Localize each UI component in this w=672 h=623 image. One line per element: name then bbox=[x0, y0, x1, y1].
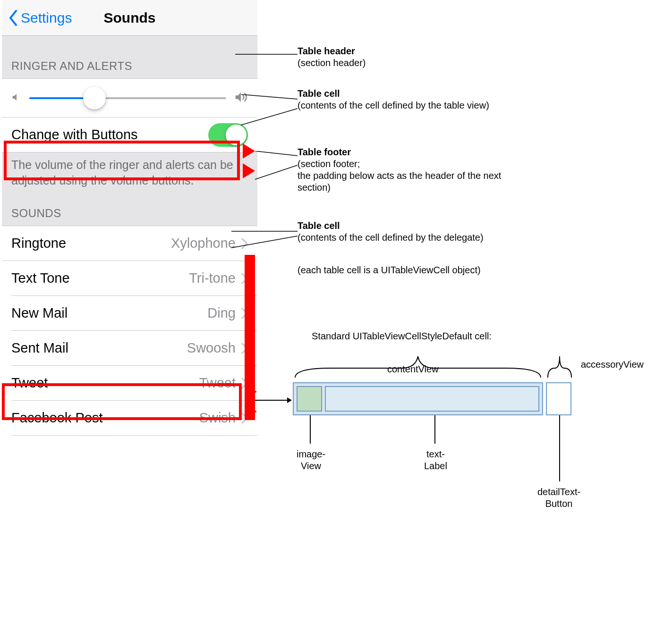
speaker-low-icon bbox=[11, 92, 22, 104]
label-textlabel: text-Label bbox=[424, 448, 447, 472]
speaker-high-icon bbox=[234, 90, 248, 106]
row-label: Tweet bbox=[11, 375, 199, 391]
annotation-table-cell-delegate: Table cell (contents of the cell defined… bbox=[298, 220, 484, 244]
leader-textlabel bbox=[434, 415, 435, 444]
chevron-right-icon bbox=[241, 413, 248, 424]
row-label: Ringtone bbox=[11, 236, 171, 251]
row-label: Change with Buttons bbox=[11, 127, 208, 143]
sound-row-ringtone[interactable]: RingtoneXylophone bbox=[2, 226, 257, 261]
leader-imageview bbox=[310, 415, 311, 444]
row-label: Text Tone bbox=[11, 270, 189, 286]
section-footer-ringer: The volume of the ringer and alerts can … bbox=[2, 152, 257, 194]
change-with-buttons-row: Change with Buttons bbox=[2, 118, 257, 152]
back-button[interactable]: Settings bbox=[2, 10, 72, 26]
sound-row-new-mail[interactable]: New MailDing bbox=[11, 296, 257, 331]
svg-marker-8 bbox=[287, 397, 292, 403]
back-label: Settings bbox=[21, 10, 72, 26]
chevron-right-icon bbox=[241, 378, 248, 389]
navbar: Settings Sounds bbox=[2, 0, 257, 36]
slider-knob[interactable] bbox=[83, 87, 106, 109]
diagram-detailtextbutton bbox=[546, 382, 571, 415]
diagram-caption-top: Standard UITableViewCellStyleDefault cel… bbox=[312, 330, 543, 342]
svg-line-4 bbox=[255, 165, 298, 179]
chevron-right-icon bbox=[241, 273, 248, 284]
label-detailtextbutton: detailText-Button bbox=[537, 486, 580, 510]
label-contentview: contentView bbox=[387, 363, 439, 375]
row-value: Swoosh bbox=[187, 340, 236, 356]
annotation-table-header: Table header (section header) bbox=[298, 45, 366, 69]
row-value: Tweet bbox=[199, 375, 236, 391]
brace-accessoryview bbox=[545, 349, 574, 382]
diagram-imageview bbox=[297, 386, 322, 412]
volume-slider-row bbox=[2, 79, 257, 118]
label-imageview: image-View bbox=[297, 448, 325, 472]
sound-row-sent-mail[interactable]: Sent MailSwoosh bbox=[11, 331, 257, 366]
annotation-table-footer: Table footer (section footer; the paddin… bbox=[298, 146, 534, 194]
sound-row-text-tone[interactable]: Text ToneTri-tone bbox=[11, 261, 257, 296]
row-value: Xylophone bbox=[171, 236, 236, 251]
row-label: Sent Mail bbox=[11, 340, 187, 356]
sound-row-tweet[interactable]: TweetTweet bbox=[11, 366, 257, 401]
ios-settings-sounds-screen: Settings Sounds RINGER AND ALERTS Change… bbox=[2, 0, 257, 436]
change-with-buttons-toggle[interactable] bbox=[208, 123, 248, 147]
diagram-contentview bbox=[293, 382, 543, 415]
annotation-uitableviewcell: (each table cell is a UITableViewCell ob… bbox=[298, 264, 481, 276]
cell-structure-diagram bbox=[293, 382, 543, 415]
chevron-right-icon bbox=[241, 343, 248, 354]
svg-line-3 bbox=[255, 151, 298, 156]
section-header-ringer: RINGER AND ALERTS bbox=[2, 36, 257, 79]
chevron-right-icon bbox=[241, 238, 248, 249]
chevron-left-icon bbox=[9, 10, 18, 26]
sound-row-facebook-post[interactable]: Facebook PostSwish bbox=[11, 401, 257, 436]
row-label: New Mail bbox=[11, 305, 207, 321]
section-header-sounds: SOUNDS bbox=[2, 194, 257, 226]
leader-detailbtn bbox=[559, 415, 560, 481]
toggle-knob bbox=[226, 125, 247, 145]
chevron-right-icon bbox=[241, 308, 248, 319]
label-accessoryview-text: accessoryView bbox=[581, 359, 644, 370]
volume-slider[interactable] bbox=[29, 97, 226, 99]
row-value: Swish bbox=[199, 410, 236, 426]
row-label: Facebook Post bbox=[11, 410, 199, 426]
diagram-textlabel bbox=[325, 386, 539, 412]
annotation-table-cell-defined: Table cell (contents of the cell defined… bbox=[298, 88, 489, 111]
row-value: Tri-tone bbox=[189, 270, 236, 286]
row-value: Ding bbox=[207, 305, 236, 321]
